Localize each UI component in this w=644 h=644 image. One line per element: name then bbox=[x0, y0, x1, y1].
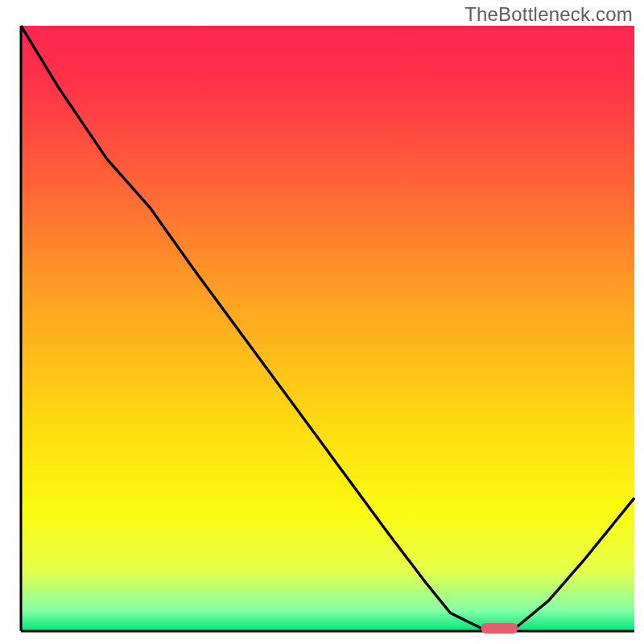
chart-container: TheBottleneck.com bbox=[0, 0, 644, 644]
bottleneck-chart bbox=[0, 0, 644, 644]
gradient-background bbox=[21, 26, 634, 631]
optimal-marker bbox=[481, 623, 518, 634]
